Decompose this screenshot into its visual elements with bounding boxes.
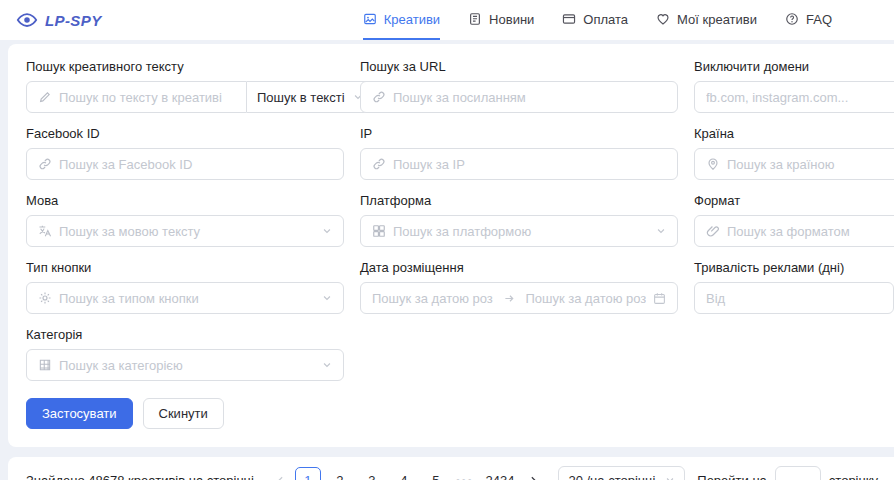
- date-to-input[interactable]: [526, 291, 647, 306]
- date-from-input[interactable]: [372, 291, 493, 306]
- link-icon: [372, 157, 386, 171]
- exclude-domains-input[interactable]: [706, 90, 894, 105]
- field-label: Пошук креативного тексту: [26, 59, 344, 74]
- filter-language: Мова: [26, 193, 344, 247]
- duration-from-input[interactable]: [706, 291, 882, 306]
- pagination-bar: Знайдено 48678 креативів на сторінці 1 2…: [8, 457, 894, 480]
- platform-input[interactable]: [393, 224, 649, 239]
- heart-icon: [656, 12, 670, 26]
- gear-icon: [38, 291, 52, 305]
- question-icon: [785, 12, 799, 26]
- apply-button[interactable]: Застосувати: [26, 398, 133, 429]
- chevron-down-icon: [665, 475, 675, 480]
- category-select[interactable]: [26, 349, 344, 381]
- field-label: Тривалість реклами (дні): [694, 260, 894, 275]
- format-input[interactable]: [727, 224, 894, 239]
- page-button-2[interactable]: 2: [327, 467, 353, 480]
- field-label: IP: [360, 126, 678, 141]
- paperclip-icon: [706, 224, 720, 238]
- chevron-down-icon: [322, 360, 332, 370]
- filter-platform: Платформа: [360, 193, 678, 247]
- filter-format: Формат: [694, 193, 894, 247]
- field-label: Тип кнопки: [26, 260, 344, 275]
- link-icon: [372, 90, 386, 104]
- nav-label: Мої креативи: [677, 12, 757, 27]
- main-nav: Креативи Новини Оплата Мої креативи FAQ: [363, 0, 878, 40]
- nav-tab-my-creatives[interactable]: Мої креативи: [656, 0, 757, 40]
- nav-label: Креативи: [384, 12, 440, 27]
- goto-page-input[interactable]: [775, 466, 821, 480]
- page-button-1[interactable]: 1: [295, 467, 321, 480]
- filter-category: Категорія: [26, 327, 344, 381]
- reset-button[interactable]: Скинути: [143, 398, 224, 429]
- pagination-ellipsis[interactable]: •••: [456, 474, 474, 480]
- filter-exclude-domains: Виключити домени: [694, 59, 894, 113]
- image-icon: [363, 12, 377, 26]
- language-select[interactable]: [26, 215, 344, 247]
- filter-duration: Тривалість реклами (дні): [694, 260, 894, 314]
- page-button-3[interactable]: 3: [359, 467, 385, 480]
- language-input[interactable]: [59, 224, 315, 239]
- nav-tab-news[interactable]: Новини: [468, 0, 534, 40]
- page-size-select[interactable]: 20 /на сторінці: [558, 466, 685, 480]
- creative-text-input[interactable]: [59, 90, 235, 105]
- ip-input[interactable]: [393, 157, 666, 172]
- filter-date-range: Дата розміщення: [360, 260, 678, 314]
- date-range-picker[interactable]: [360, 282, 678, 314]
- pencil-icon: [38, 90, 52, 104]
- filter-ip: IP: [360, 126, 678, 180]
- chevron-down-icon: [322, 226, 332, 236]
- prev-page-button[interactable]: [270, 467, 292, 480]
- field-label: Facebook ID: [26, 126, 344, 141]
- field-label: Дата розміщення: [360, 260, 678, 275]
- nav-tab-creatives[interactable]: Креативи: [363, 0, 440, 40]
- goto-page-label: Перейти на: [697, 473, 767, 480]
- platform-icon: [372, 224, 386, 238]
- results-summary: Знайдено 48678 креативів на сторінці: [26, 473, 254, 480]
- filters-panel: Пошук креативного тексту Пошук в тексті …: [8, 44, 894, 447]
- chevron-down-icon: [322, 293, 332, 303]
- pin-icon: [706, 157, 720, 171]
- filter-facebook-id: Facebook ID: [26, 126, 344, 180]
- category-input[interactable]: [59, 358, 315, 373]
- page-button-4[interactable]: 4: [391, 467, 417, 480]
- button-type-select[interactable]: [26, 282, 344, 314]
- app-header: LP-SPY Креативи Новини Оплата Мої креати…: [0, 0, 894, 40]
- nav-tab-faq[interactable]: FAQ: [785, 0, 832, 40]
- filter-url: Пошук за URL: [360, 59, 678, 113]
- field-label: Країна: [694, 126, 894, 141]
- field-label: Платформа: [360, 193, 678, 208]
- field-label: Виключити домени: [694, 59, 894, 74]
- news-icon: [468, 12, 482, 26]
- brand-name: LP-SPY: [45, 12, 102, 29]
- button-type-input[interactable]: [59, 291, 315, 306]
- page-button-last[interactable]: 2434: [481, 467, 520, 480]
- credit-card-icon: [562, 12, 576, 26]
- arrow-right-icon: [500, 293, 519, 304]
- nav-tab-payment[interactable]: Оплата: [562, 0, 628, 40]
- filter-button-type: Тип кнопки: [26, 260, 344, 314]
- next-page-button[interactable]: [522, 467, 544, 480]
- link-icon: [38, 157, 52, 171]
- field-label: Мова: [26, 193, 344, 208]
- url-input[interactable]: [393, 90, 666, 105]
- calendar-icon: [653, 292, 666, 305]
- nav-label: Новини: [489, 12, 534, 27]
- page-button-5[interactable]: 5: [423, 467, 449, 480]
- filter-country: Країна: [694, 126, 894, 180]
- field-label: Категорія: [26, 327, 344, 342]
- creative-text-input-wrap: [26, 81, 247, 113]
- nav-label: Оплата: [583, 12, 628, 27]
- platform-select[interactable]: [360, 215, 678, 247]
- country-input[interactable]: [727, 157, 894, 172]
- filter-creative-text: Пошук креативного тексту Пошук в тексті: [26, 59, 344, 113]
- field-label: Формат: [694, 193, 894, 208]
- goto-page-suffix: сторінку: [829, 473, 878, 480]
- text-search-mode-select[interactable]: Пошук в тексті: [247, 81, 374, 113]
- chevron-down-icon: [656, 226, 666, 236]
- nav-label: FAQ: [806, 12, 832, 27]
- brand-logo[interactable]: LP-SPY: [16, 9, 102, 31]
- translate-icon: [38, 224, 52, 238]
- facebook-id-input[interactable]: [59, 157, 332, 172]
- category-grid-icon: [38, 358, 52, 372]
